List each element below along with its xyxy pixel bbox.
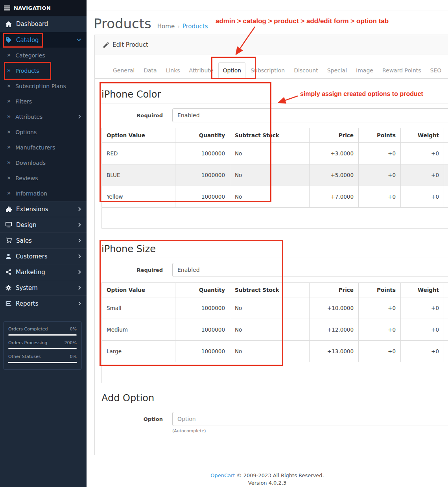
- sidebar-item-catalog[interactable]: Catalog: [0, 32, 87, 48]
- progress-bar: [8, 334, 77, 336]
- progress-bar: [8, 362, 77, 363]
- chevron-right-icon: [78, 238, 81, 243]
- column-header: Subtract Stock: [230, 283, 310, 297]
- stat-label: Other Statuses: [8, 354, 41, 359]
- opencart-link[interactable]: OpenCart: [210, 472, 235, 478]
- cell-cutoff: [444, 186, 448, 208]
- sidebar-item-reports[interactable]: Reports: [0, 295, 87, 311]
- cell: No: [230, 319, 310, 341]
- progress-bar: [8, 348, 77, 349]
- sidebar-item-label: Dashboard: [16, 20, 48, 28]
- main-content: Products Home›Products Edit Product Gene…: [87, 0, 448, 487]
- cell: +0: [359, 319, 401, 341]
- cell: +0: [401, 164, 444, 186]
- column-header: Price: [310, 128, 359, 143]
- cell: 1000000: [175, 186, 230, 208]
- sidebar-item-label: Sales: [16, 237, 32, 244]
- column-header: Weight: [401, 128, 444, 143]
- option-section-iphone-size: iPhone Size Required Enabled Option Valu…: [101, 244, 448, 383]
- sidebar-item-design[interactable]: Design: [0, 217, 87, 232]
- sidebar-item-customers[interactable]: Customers: [0, 248, 87, 264]
- tab-seo[interactable]: SEO: [426, 63, 446, 78]
- order-stats-panel: Orders Completed 0% Orders Processing 20…: [3, 321, 82, 370]
- cell: +12.0000: [310, 319, 359, 341]
- sidebar-item-manufacturers[interactable]: » Manufacturers: [0, 140, 87, 155]
- tab-image[interactable]: Image: [352, 63, 377, 78]
- cell: Medium: [102, 319, 175, 341]
- edit-product-panel: Edit Product General Data Links Attribut…: [94, 35, 448, 455]
- puzzle-icon: [6, 206, 12, 212]
- pencil-icon: [103, 42, 109, 48]
- option-value-row: RED1000000No+3.0000+0+0: [102, 143, 448, 164]
- sidebar-item-options[interactable]: » Options: [0, 124, 87, 140]
- required-select[interactable]: Enabled: [172, 263, 448, 277]
- tab-special[interactable]: Special: [323, 63, 351, 78]
- cell: 1000000: [175, 297, 230, 319]
- stat-value: 0%: [70, 327, 77, 332]
- tab-reward-points[interactable]: Reward Points: [378, 63, 425, 78]
- tab-general[interactable]: General: [109, 63, 138, 78]
- hamburger-icon[interactable]: [4, 6, 10, 11]
- sidebar: NAVIGATION Dashboard Catalog » Categorie…: [0, 0, 87, 487]
- sidebar-item-information[interactable]: » Information: [0, 186, 87, 201]
- sidebar-item-products[interactable]: » Products: [0, 63, 87, 78]
- sidebar-item-dashboard[interactable]: Dashboard: [0, 16, 87, 32]
- cell: 1000000: [175, 143, 230, 164]
- breadcrumb-current[interactable]: Products: [183, 23, 208, 30]
- sidebar-item-sales[interactable]: Sales: [0, 232, 87, 248]
- stat-orders-completed: Orders Completed 0%: [8, 327, 77, 336]
- sidebar-item-label: Subscription Plans: [15, 83, 66, 89]
- add-option-input[interactable]: [172, 412, 448, 426]
- option-value-row: Small1000000No+10.0000+0+0: [102, 297, 448, 319]
- stat-orders-processing: Orders Processing 200%: [8, 340, 77, 349]
- option-value-row: BLUE1000000No+5.0000+0+0: [102, 164, 448, 186]
- sidebar-item-system[interactable]: System: [0, 280, 87, 295]
- sidebar-item-label: Reviews: [15, 175, 38, 181]
- tab-discount[interactable]: Discount: [290, 63, 322, 78]
- cell: RED: [102, 143, 175, 164]
- sidebar-item-subscription-plans[interactable]: » Subscription Plans: [0, 78, 87, 94]
- cell-cutoff: [444, 319, 448, 341]
- cell: +3.0000: [310, 143, 359, 164]
- stat-value: 200%: [65, 340, 77, 345]
- sidebar-item-reviews[interactable]: » Reviews: [0, 170, 87, 186]
- sidebar-item-categories[interactable]: » Categories: [0, 48, 87, 63]
- panel-header: Edit Product: [95, 35, 448, 55]
- sidebar-item-marketing[interactable]: Marketing: [0, 264, 87, 280]
- monitor-icon: [6, 222, 12, 228]
- cell: +5.0000: [310, 164, 359, 186]
- catalog-submenu: » Categories » Products » Subscription P…: [0, 48, 87, 201]
- version-text: Version 4.0.2.3: [87, 479, 448, 487]
- tab-option[interactable]: Option: [218, 62, 245, 79]
- double-chevron-icon: »: [7, 68, 11, 74]
- sidebar-item-label: Products: [15, 68, 39, 74]
- cell: +13.0000: [310, 341, 359, 362]
- sidebar-item-attributes[interactable]: » Attributes: [0, 109, 87, 124]
- stat-other-statuses: Other Statuses 0%: [8, 354, 77, 363]
- add-option-section: Add Option Option (Autocomplete): [101, 393, 448, 434]
- double-chevron-icon: »: [7, 129, 11, 135]
- page-title: Products: [94, 17, 151, 31]
- cell: +0: [401, 143, 444, 164]
- tab-attribute[interactable]: Attribute: [185, 63, 218, 78]
- cell: No: [230, 186, 310, 208]
- tab-subscription[interactable]: Subscription: [247, 63, 289, 78]
- tab-links[interactable]: Links: [162, 63, 184, 78]
- required-select[interactable]: Enabled: [172, 108, 448, 122]
- column-header: Quantity: [175, 128, 230, 143]
- chart-icon: [6, 301, 11, 306]
- tab-bar: General Data Links Attribute Option Subs…: [95, 55, 448, 79]
- column-header: Option Value: [102, 128, 175, 143]
- column-header: Price: [310, 283, 359, 297]
- sidebar-item-filters[interactable]: » Filters: [0, 94, 87, 109]
- cell: Yellow: [102, 186, 175, 208]
- breadcrumb-home[interactable]: Home: [157, 23, 175, 30]
- sidebar-item-extensions[interactable]: Extensions: [0, 201, 87, 217]
- double-chevron-icon: »: [7, 144, 11, 150]
- sidebar-item-label: Marketing: [16, 269, 45, 276]
- sidebar-item-label: System: [16, 284, 38, 291]
- chevron-down-icon: [77, 39, 81, 41]
- sidebar-item-downloads[interactable]: » Downloads: [0, 155, 87, 170]
- tab-data[interactable]: Data: [140, 63, 160, 78]
- breadcrumb: Home›Products: [157, 23, 208, 30]
